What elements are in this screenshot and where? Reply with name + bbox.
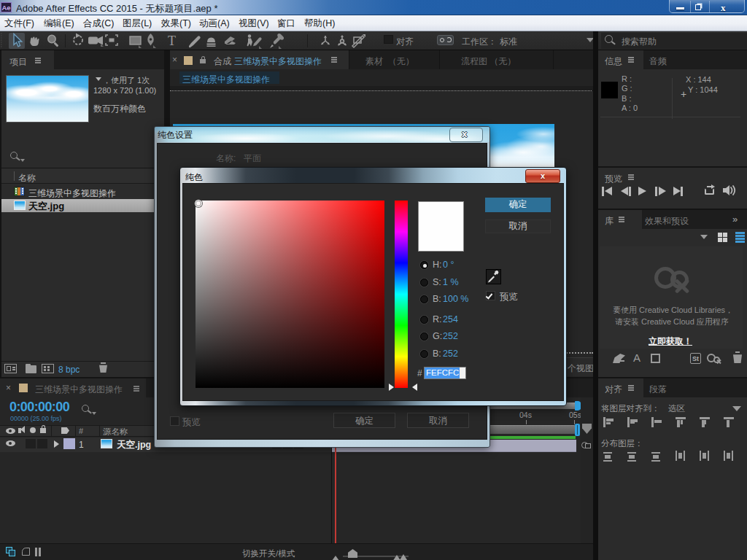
svg-text:T: T [168,34,176,48]
